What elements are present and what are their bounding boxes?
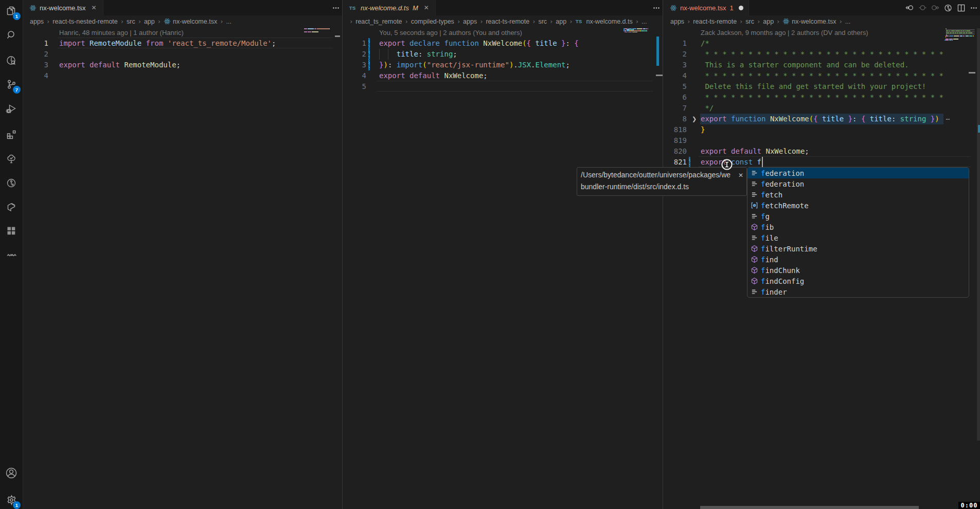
- suggest-item-fetch[interactable]: fetch: [747, 189, 969, 200]
- tab-nx-welcome.d.ts[interactable]: TSnx-welcome.d.tsM✕: [343, 0, 436, 15]
- tab-dirty-dot-icon[interactable]: [739, 6, 743, 10]
- chevron-right-icon: ›: [405, 18, 408, 25]
- symbol-text-icon: [750, 212, 759, 221]
- activitybar-item-search[interactable]: [0, 24, 23, 46]
- vertical-scrollbar[interactable]: [977, 28, 980, 441]
- mouse-cursor-ibeam: [721, 158, 734, 174]
- activitybar-item-settings[interactable]: 1: [0, 488, 23, 509]
- suggest-item-file[interactable]: file: [747, 232, 969, 243]
- prev-change-icon[interactable]: [905, 4, 914, 12]
- breadcrumb-item-apps[interactable]: apps: [463, 18, 477, 25]
- breadcrumb-item-...[interactable]: ...: [845, 18, 850, 25]
- chevron-right-icon: ›: [220, 18, 223, 25]
- suggest-item-fetchRemote[interactable]: fetchRemote: [747, 200, 969, 211]
- svg-text:TS: TS: [576, 19, 582, 24]
- breadcrumb-item-src[interactable]: src: [745, 18, 754, 25]
- suggest-item-label: file: [761, 234, 778, 242]
- commit-circle-icon[interactable]: [944, 4, 952, 12]
- chevron-right-icon: ›: [776, 18, 780, 25]
- tab-bar: nx-welcome.tsx1: [664, 0, 980, 15]
- symbol-variable-icon: [750, 202, 759, 210]
- suggest-item-findConfig[interactable]: findConfig: [747, 276, 969, 286]
- suggest-item-federation[interactable]: federation: [747, 168, 969, 178]
- search-icon: [5, 29, 17, 41]
- chevron-right-icon: ›: [635, 18, 639, 25]
- breadcrumb-item-nx-welcome.d.ts[interactable]: TSnx-welcome.d.ts: [575, 18, 632, 25]
- suggest-item-filterRuntime[interactable]: filterRuntime: [747, 243, 969, 254]
- symbol-text-icon: [750, 180, 759, 188]
- overview-ruler-decoration: [656, 75, 663, 76]
- activitybar-item-squiggle-extension[interactable]: [0, 244, 23, 266]
- suggest-item-label: fib: [761, 223, 774, 231]
- breadcrumb-item-app[interactable]: app: [763, 18, 774, 25]
- breadcrumb-item-nx-welcome.tsx[interactable]: nx-welcome.tsx: [164, 18, 217, 25]
- suggest-item-label: findChunk: [761, 266, 800, 275]
- overview-ruler-decoration: [656, 37, 659, 66]
- activitybar-item-extensions[interactable]: [0, 123, 23, 146]
- hover-path-line1: /Users/bytedance/outter/universe/package…: [581, 171, 738, 179]
- activitybar-item-run-debug[interactable]: [0, 97, 23, 120]
- breadcrumb-item-reacttsremote[interactable]: react_ts_remote: [355, 18, 402, 25]
- code-line-820: export default NxWelcome;: [701, 146, 809, 157]
- more-icon[interactable]: [332, 4, 340, 12]
- breadcrumb: apps›react-ts-remote›src›app›nx-welcome.…: [664, 15, 980, 27]
- breadcrumb-item-nx-welcome.tsx[interactable]: nx-welcome.tsx: [782, 18, 836, 25]
- breadcrumb-item-react-ts-nested-remote[interactable]: react-ts-nested-remote: [52, 18, 117, 25]
- breadcrumb-item-...[interactable]: ...: [642, 18, 647, 25]
- symbol-method-icon: [750, 277, 759, 285]
- tab-decoration-badge: 1: [730, 4, 734, 12]
- react-file-icon: [164, 18, 171, 25]
- tab-decoration-badge: M: [413, 4, 418, 12]
- breadcrumb-item-react-ts-remote[interactable]: react-ts-remote: [486, 18, 529, 25]
- code-line-1: /*: [701, 38, 709, 49]
- tab-label: nx-welcome.tsx: [40, 4, 86, 12]
- activitybar-item-explorer[interactable]: 1: [0, 0, 23, 22]
- more-icon[interactable]: [652, 4, 661, 12]
- tab-close-icon[interactable]: ✕: [91, 5, 98, 11]
- more-icon[interactable]: [970, 4, 978, 12]
- suggest-item-finder[interactable]: finder: [747, 286, 969, 297]
- line-number-1: 1: [23, 38, 48, 49]
- symbol-method-icon: [750, 256, 759, 264]
- suggest-widget: federationfederationfetchfetchRemotefgfi…: [747, 167, 969, 298]
- activitybar-item-accounts[interactable]: [0, 462, 23, 484]
- breadcrumb-item-src[interactable]: src: [127, 18, 135, 25]
- suggest-item-fg[interactable]: fg: [747, 211, 969, 222]
- chevron-right-icon: ›: [569, 18, 573, 25]
- horizontal-scrollbar[interactable]: [700, 506, 919, 509]
- breadcrumb-item-compiled-types[interactable]: compiled-types: [411, 18, 454, 25]
- suggest-item-findChunk[interactable]: findChunk: [747, 265, 969, 276]
- tab-nx-welcome.tsx[interactable]: nx-welcome.tsx✕: [23, 0, 103, 15]
- activitybar-item-gitlens[interactable]: [0, 172, 23, 194]
- breadcrumb-item-react-ts-remote[interactable]: react-ts-remote: [693, 18, 737, 25]
- activitybar-item-grid-extension[interactable]: [0, 220, 23, 242]
- suggest-item-fib[interactable]: fib: [747, 222, 969, 232]
- breadcrumb-item-app[interactable]: app: [144, 18, 155, 25]
- close-icon[interactable]: ✕: [738, 172, 743, 179]
- code-editor[interactable]: Hanric, 48 minutes ago | 1 author (Hanri…: [23, 27, 342, 509]
- fold-ellipsis[interactable]: ⋯: [946, 114, 950, 124]
- suggest-item-label: federation: [761, 169, 804, 177]
- tab-bar: TSnx-welcome.d.tsM✕: [343, 0, 663, 15]
- breadcrumb-item-src[interactable]: src: [538, 18, 547, 25]
- line-number-821: 821: [664, 157, 687, 168]
- suggest-item-find[interactable]: find: [747, 254, 969, 265]
- split-editor-icon[interactable]: [957, 4, 965, 12]
- next-change-icon[interactable]: [931, 4, 939, 12]
- activitybar-item-history-search[interactable]: [0, 49, 23, 72]
- tab-close-icon[interactable]: ✕: [423, 5, 430, 11]
- activitybar-item-source-control[interactable]: 7: [0, 73, 23, 96]
- fold-chevron-icon[interactable]: ❯: [692, 114, 697, 124]
- code-editor[interactable]: You, 5 seconds ago | 2 authors (You and …: [343, 27, 663, 509]
- suggest-item-federation[interactable]: federation: [747, 178, 969, 189]
- breadcrumb-item-...[interactable]: ...: [226, 18, 231, 25]
- activitybar-item-nx-console[interactable]: [0, 196, 23, 219]
- tab-nx-welcome.tsx[interactable]: nx-welcome.tsx1: [664, 0, 749, 15]
- breadcrumb-item-app[interactable]: app: [556, 18, 566, 25]
- gutter-modified-indicator: [368, 60, 370, 70]
- breadcrumb-item-apps[interactable]: apps: [670, 18, 684, 25]
- breadcrumb-item-apps[interactable]: apps: [30, 18, 44, 25]
- line-number-8: 8: [664, 114, 687, 124]
- compare-change-icon[interactable]: [918, 4, 926, 12]
- activitybar-item-testing-tree[interactable]: [0, 148, 23, 170]
